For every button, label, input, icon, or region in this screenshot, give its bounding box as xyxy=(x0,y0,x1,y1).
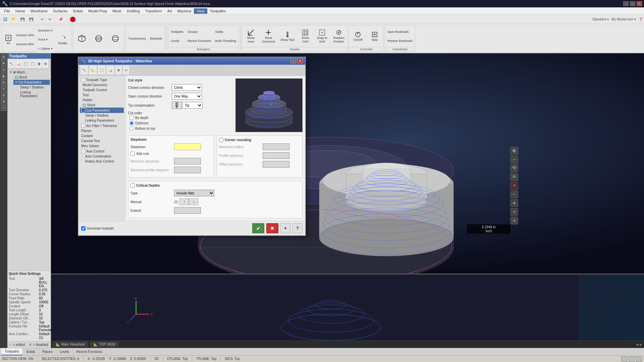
menu-drafting[interactable]: Drafting xyxy=(124,8,143,14)
menu-art[interactable]: Art xyxy=(165,8,175,14)
dlm-misc-values[interactable]: Misc Values xyxy=(80,143,124,148)
critical-depths-checkbox[interactable]: Critical Depths xyxy=(130,183,300,188)
status-btn1[interactable] xyxy=(621,356,627,362)
dlm-toolpath-type[interactable]: − Toolpath Type xyxy=(80,77,124,82)
status-btn3[interactable] xyxy=(636,356,642,362)
dlm-holder[interactable]: Holder xyxy=(80,98,124,103)
groups-manager-btn[interactable]: Groups xyxy=(186,27,213,36)
tb-undo[interactable]: ↩ xyxy=(39,15,45,24)
close-button[interactable]: ✕ xyxy=(637,1,642,6)
menu-model-prep[interactable]: Model Prep xyxy=(86,8,110,14)
tab-levels[interactable]: Levels xyxy=(56,348,73,355)
sidebar-icon-8[interactable]: ⚙ xyxy=(1,99,7,105)
sidebar-icon-7[interactable]: ⊞ xyxy=(1,92,7,98)
tip-comp-select[interactable]: Tip Center xyxy=(182,102,203,109)
menu-home[interactable]: Home xyxy=(13,8,28,14)
onoff-btn[interactable]: On/Off xyxy=(350,27,366,46)
dlm-arc-filter[interactable]: + Arc Filter / Tolerance xyxy=(80,123,124,128)
restore-bookmark-btn[interactable]: Restore Bookmark xyxy=(386,37,414,45)
menu-solids[interactable]: Solids xyxy=(70,8,86,14)
show-axes-btn[interactable]: ShowAxes xyxy=(243,27,259,46)
dialog-close-icon[interactable]: ✕ xyxy=(297,59,303,63)
tree-tb-btn3[interactable]: 📋 xyxy=(22,59,29,68)
cut-order-optimize[interactable]: Optimize xyxy=(129,121,233,125)
cancel-button[interactable]: ✖ xyxy=(266,223,278,233)
dlg-icon5[interactable]: ⚙ xyxy=(115,66,122,74)
levels-manager-btn[interactable]: Levels xyxy=(169,37,185,45)
rotate-btn[interactable]: Rotate xyxy=(55,30,71,49)
rotation-position-btn[interactable]: RotationPosition xyxy=(331,27,347,46)
dlm-planes[interactable]: Planes xyxy=(80,128,124,133)
dlm-rotary-axis[interactable]: Rotary Axis Control xyxy=(80,159,124,164)
sidebar-icon-1[interactable]: ⊞ xyxy=(1,54,7,60)
sidebar-icon-9[interactable]: ↗ xyxy=(1,105,7,111)
front-view-btn[interactable]: Front ▾ xyxy=(36,35,54,44)
show-tool-btn[interactable]: Show Tool xyxy=(278,27,297,46)
dlm-linking-parameters[interactable]: Linking Parameters xyxy=(80,118,124,123)
tab-planes[interactable]: Planes xyxy=(39,348,56,355)
fit-btn[interactable]: Fit xyxy=(3,30,14,49)
menu-file[interactable]: File xyxy=(1,8,13,14)
dlg-icon2[interactable]: 📐 xyxy=(89,66,97,74)
max-radius-input[interactable]: 0.01875 xyxy=(263,143,289,150)
critical-type-select[interactable]: Include flats xyxy=(174,190,214,196)
main-viewport[interactable]: ⊕ − ⟲ ⟳ ■ ↔ ⊕ ⊙ ◎ xyxy=(51,53,644,274)
dlg-icon4[interactable]: 📊 xyxy=(107,66,114,74)
tree-stock-item[interactable]: Stock xyxy=(13,75,50,80)
dlm-tool[interactable]: Tool xyxy=(80,93,124,98)
menu-view[interactable]: View xyxy=(194,8,207,14)
closed-contour-select[interactable]: Climb Conventional xyxy=(172,84,202,91)
main-viewsheet-tab[interactable]: 📐 Main Viewsheet xyxy=(53,342,88,347)
my-mastercam-btn[interactable]: My Mastercam ▾ xyxy=(611,17,636,21)
tree-tb-btn4[interactable]: 📋 xyxy=(29,59,36,68)
dlg-icon1[interactable]: 🔧 xyxy=(80,66,88,74)
cut-order-by-depth[interactable]: By depth xyxy=(129,116,233,120)
snap-to-grid-btn[interactable]: Snap toGrid xyxy=(314,27,330,46)
generate-toolpath-checkbox[interactable]: Generate toolpath xyxy=(81,226,114,231)
corner-rounding-checkbox[interactable]: Corner rounding xyxy=(219,138,300,142)
mesh-sphere-btn[interactable] xyxy=(107,29,123,48)
menu-surfaces[interactable]: Surfaces xyxy=(50,8,70,14)
dialog-title[interactable]: 🔧 3D High Speed Toolpaths - Waterline ? … xyxy=(78,57,305,65)
dlm-axis-control[interactable]: + Axis Control xyxy=(80,148,124,154)
tb-open[interactable]: 📂 xyxy=(10,15,17,24)
isometric-btn[interactable]: Isometric ▾ xyxy=(36,26,54,35)
show-gnomons-btn[interactable]: ShowGnomons xyxy=(260,27,277,46)
manual-up-btn[interactable]: ↑ xyxy=(179,198,189,205)
profile-dropdown[interactable]: Standard ▾ xyxy=(592,17,608,21)
sidebar-icon-5[interactable]: ⊕ xyxy=(1,79,7,85)
tree-cut-params-item[interactable]: ▼ Cut Parameters xyxy=(13,80,50,85)
dlm-model-geometry[interactable]: Model Geometry xyxy=(80,82,124,87)
solids-btn[interactable]: Solids xyxy=(213,27,238,36)
cplane-btn[interactable]: = Cplane ▾ xyxy=(36,44,54,53)
status-btn2[interactable] xyxy=(629,356,635,362)
top-view-tab[interactable]: 📐 TOP VIEW xyxy=(91,342,118,347)
tb-save-as[interactable]: 💾 xyxy=(28,15,35,24)
dlm-toolpath-control[interactable]: Toolpath Control xyxy=(80,87,124,93)
show-grid-btn[interactable]: ShowGrid xyxy=(297,27,313,46)
tb-new-doc[interactable]: 🆕 xyxy=(1,15,9,24)
cut-order-bottom-top[interactable]: Bottom to top xyxy=(129,126,233,131)
tb-pin[interactable]: 📌 xyxy=(57,15,64,24)
dlm-stock[interactable]: Stock xyxy=(80,103,124,108)
backside-btn[interactable]: Backside xyxy=(148,34,164,43)
stepdown-input[interactable]: 0.0375 xyxy=(174,143,201,150)
minimize-button[interactable]: − xyxy=(623,1,629,6)
sphere-btn[interactable] xyxy=(91,29,107,48)
translucency-btn[interactable]: Translucency xyxy=(126,34,148,43)
ok-button[interactable]: ✔ xyxy=(252,223,264,233)
add-cuts-checkbox[interactable]: Add cuts xyxy=(130,152,212,156)
tree-tb-btn2[interactable]: 📊 xyxy=(15,59,22,68)
scroll-right[interactable]: ▶ xyxy=(640,343,642,346)
tab-toolpaths[interactable]: Toolpaths xyxy=(1,348,23,355)
help-icon[interactable]: ❓ xyxy=(639,17,643,21)
help-button[interactable]: ? xyxy=(292,223,303,233)
scroll-left[interactable]: ◀ xyxy=(636,343,638,346)
sidebar-icon-2[interactable]: ✥ xyxy=(1,60,7,66)
add-button[interactable]: + xyxy=(280,223,290,233)
dlm-coolant[interactable]: Coolant xyxy=(80,133,124,138)
unzoom80-btn[interactable]: Unzoom 80% xyxy=(14,40,36,49)
menu-mesh[interactable]: Mesh xyxy=(110,8,124,14)
maximize-button[interactable]: □ xyxy=(630,1,635,6)
toolpaths-manager-btn[interactable]: Toolpaths xyxy=(169,27,185,36)
